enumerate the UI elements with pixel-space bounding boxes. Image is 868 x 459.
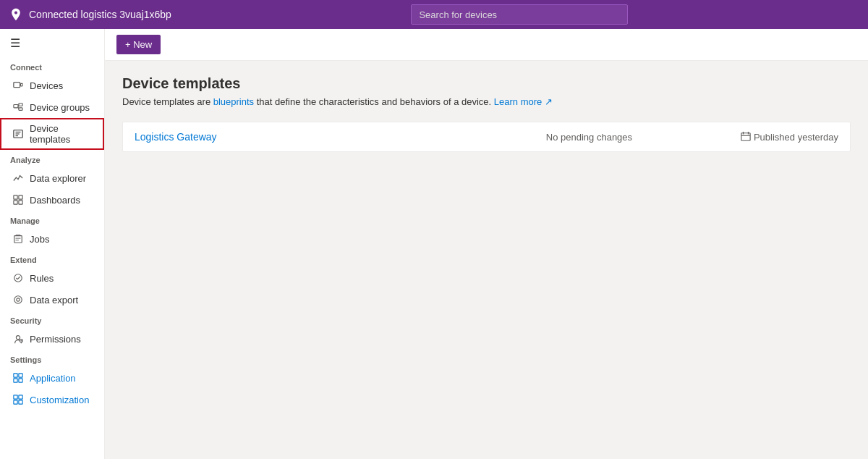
svg-rect-32 [19,395,22,399]
sidebar-item-jobs-label: Jobs [30,234,49,245]
svg-rect-34 [19,400,22,404]
svg-rect-14 [19,201,22,204]
sidebar-section-settings: Settings [0,350,104,367]
main-content: + New Device templates Device templates … [105,29,868,459]
svg-rect-29 [14,379,17,382]
rules-icon [12,272,24,284]
jobs-icon [12,233,24,245]
sidebar-item-device-templates-label: Device templates [30,123,94,145]
sidebar-item-data-explorer-label: Data explorer [30,173,86,184]
sidebar-section-analyze: Analyze [0,150,104,167]
svg-rect-0 [14,83,20,88]
svg-rect-4 [19,108,22,111]
page-desc-blueprint-link[interactable]: blueprints [213,96,254,107]
template-status: No pending changes [438,132,741,143]
data-explorer-icon [12,172,24,184]
data-export-icon [12,294,24,306]
sidebar-item-jobs[interactable]: Jobs [0,228,104,250]
svg-rect-2 [14,105,18,108]
svg-rect-30 [19,379,22,382]
sidebar-item-rules[interactable]: Rules [0,267,104,289]
permissions-icon [12,333,24,345]
template-name[interactable]: Logistics Gateway [135,131,438,143]
svg-rect-3 [19,104,22,106]
page-desc-prefix: Device templates are [122,96,213,107]
page-description: Device templates are blueprints that def… [122,96,851,107]
page-desc-middle: that define the characteristics and beha… [254,96,494,107]
device-templates-icon [12,128,24,140]
sidebar-item-device-groups-label: Device groups [30,102,90,113]
toolbar: + New [105,29,868,61]
svg-point-22 [17,298,20,301]
sidebar-item-data-explorer[interactable]: Data explorer [0,167,104,189]
device-groups-icon [12,101,24,113]
template-list-item: Logistics Gateway No pending changes Pub… [122,122,851,152]
search-input[interactable] [411,4,628,25]
sidebar-section-connect: Connect [0,57,104,75]
dashboards-icon [12,194,24,206]
sidebar-section-security: Security [0,311,104,328]
published-icon [741,132,751,142]
sidebar-item-devices-label: Devices [30,80,63,91]
svg-line-20 [17,277,20,279]
learn-more-link[interactable]: Learn more ↗ [494,96,553,107]
svg-rect-33 [14,400,17,404]
svg-rect-13 [14,201,17,204]
sidebar-item-permissions-label: Permissions [30,334,81,345]
svg-line-6 [18,106,19,109]
sidebar-item-permissions[interactable]: Permissions [0,328,104,350]
location-pin-icon [9,7,23,22]
sidebar-item-dashboards[interactable]: Dashboards [0,189,104,211]
svg-point-21 [14,296,22,304]
hamburger-menu[interactable]: ☰ [0,29,104,57]
app-name: Connected logistics 3vuaj1x6bp [29,9,171,20]
svg-rect-15 [14,236,22,243]
published-text: Published yesterday [754,132,838,143]
sidebar-item-application[interactable]: Application [0,367,104,389]
sidebar-item-device-templates[interactable]: Device templates [0,118,104,150]
sidebar-item-dashboards-label: Dashboards [30,195,80,206]
sidebar-item-rules-label: Rules [30,273,54,284]
sidebar-item-customization[interactable]: Customization [0,389,104,410]
svg-point-18 [14,274,22,282]
device-icon [12,80,24,91]
app-logo: Connected logistics 3vuaj1x6bp [9,7,171,22]
svg-rect-12 [19,195,22,199]
sidebar: ☰ Connect Devices De [0,29,105,459]
sidebar-item-application-label: Application [30,373,76,384]
svg-rect-11 [14,195,17,199]
svg-rect-1 [21,83,23,86]
customization-icon [12,394,24,405]
svg-rect-35 [741,133,750,141]
sidebar-item-data-export[interactable]: Data export [0,289,104,311]
svg-rect-28 [19,374,22,377]
sidebar-section-manage: Manage [0,211,104,228]
template-published: Published yesterday [741,132,838,143]
svg-rect-31 [14,395,17,399]
search-container [411,4,628,25]
sidebar-item-devices[interactable]: Devices [0,75,104,96]
sidebar-item-device-groups[interactable]: Device groups [0,96,104,118]
topbar: Connected logistics 3vuaj1x6bp [0,0,868,29]
content-area: Device templates Device templates are bl… [105,61,868,459]
application-icon [12,372,24,384]
sidebar-item-customization-label: Customization [30,395,89,405]
sidebar-item-data-export-label: Data export [30,295,78,306]
svg-point-23 [16,336,20,340]
sidebar-section-extend: Extend [0,250,104,267]
new-button[interactable]: + New [116,35,161,54]
page-title: Device templates [122,75,851,92]
svg-rect-27 [14,374,17,377]
